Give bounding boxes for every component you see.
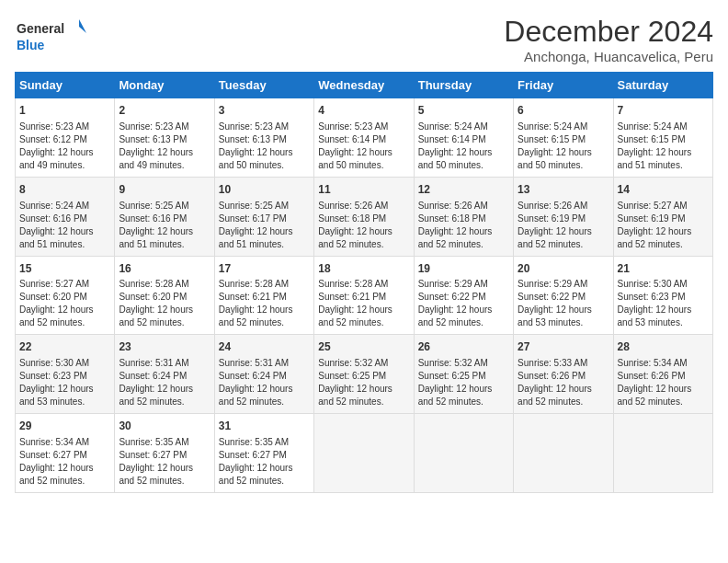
day-info: Daylight: 12 hours and 52 minutes. [19, 462, 110, 488]
day-info: Sunset: 6:16 PM [19, 213, 110, 225]
header-cell-tuesday: Tuesday [214, 73, 313, 98]
header-cell-saturday: Saturday [613, 73, 712, 98]
logo-svg: General Blue [15, 15, 88, 61]
day-cell [613, 414, 712, 493]
day-cell: 22Sunrise: 5:30 AMSunset: 6:23 PMDayligh… [16, 335, 115, 414]
title-block: December 2024 Anchonga, Huancavelica, Pe… [504, 15, 713, 64]
day-info: Sunrise: 5:34 AM [618, 357, 709, 370]
day-info: Daylight: 12 hours and 49 minutes. [19, 146, 110, 172]
day-number: 21 [618, 261, 709, 277]
day-info: Sunset: 6:27 PM [119, 449, 210, 462]
day-number: 25 [318, 339, 409, 355]
week-row-4: 22Sunrise: 5:30 AMSunset: 6:23 PMDayligh… [16, 335, 713, 414]
day-cell: 4Sunrise: 5:23 AMSunset: 6:14 PMDaylight… [314, 98, 414, 178]
day-number: 2 [119, 103, 210, 119]
day-cell [314, 414, 414, 493]
day-info: Daylight: 12 hours and 50 minutes. [418, 146, 509, 172]
day-info: Sunset: 6:20 PM [119, 291, 210, 304]
week-row-1: 1Sunrise: 5:23 AMSunset: 6:12 PMDaylight… [16, 98, 713, 178]
day-info: Sunrise: 5:31 AM [119, 357, 210, 370]
day-info: Daylight: 12 hours and 53 minutes. [19, 383, 110, 408]
day-cell: 13Sunrise: 5:26 AMSunset: 6:19 PMDayligh… [514, 177, 613, 256]
day-number: 30 [119, 419, 210, 434]
day-cell: 16Sunrise: 5:28 AMSunset: 6:20 PMDayligh… [115, 256, 214, 335]
day-number: 15 [19, 261, 110, 277]
day-cell: 17Sunrise: 5:28 AMSunset: 6:21 PMDayligh… [214, 256, 313, 335]
day-info: Sunset: 6:22 PM [518, 291, 609, 304]
day-cell: 6Sunrise: 5:24 AMSunset: 6:15 PMDaylight… [514, 98, 613, 178]
day-number: 11 [318, 182, 409, 198]
day-info: Sunset: 6:13 PM [219, 133, 310, 146]
day-info: Sunrise: 5:24 AM [418, 121, 509, 133]
day-number: 9 [119, 182, 210, 198]
day-number: 1 [19, 103, 110, 119]
day-info: Sunrise: 5:28 AM [318, 278, 409, 291]
day-number: 10 [219, 182, 310, 198]
day-info: Sunset: 6:14 PM [318, 133, 409, 146]
day-info: Sunset: 6:16 PM [119, 213, 210, 225]
day-info: Sunset: 6:25 PM [318, 370, 409, 383]
day-info: Sunrise: 5:26 AM [418, 200, 509, 213]
day-cell: 15Sunrise: 5:27 AMSunset: 6:20 PMDayligh… [16, 256, 115, 335]
day-info: Sunrise: 5:29 AM [518, 278, 609, 291]
day-info: Sunrise: 5:32 AM [318, 357, 409, 370]
header-cell-monday: Monday [115, 73, 214, 98]
day-info: Sunset: 6:17 PM [219, 213, 310, 225]
day-cell: 27Sunrise: 5:33 AMSunset: 6:26 PMDayligh… [514, 335, 613, 414]
day-info: Daylight: 12 hours and 52 minutes. [119, 304, 210, 329]
day-info: Daylight: 12 hours and 52 minutes. [119, 383, 210, 408]
header-cell-friday: Friday [514, 73, 613, 98]
day-cell: 7Sunrise: 5:24 AMSunset: 6:15 PMDaylight… [613, 98, 712, 178]
day-cell: 29Sunrise: 5:34 AMSunset: 6:27 PMDayligh… [16, 414, 115, 493]
day-info: Daylight: 12 hours and 52 minutes. [318, 304, 409, 329]
day-number: 5 [418, 103, 509, 119]
day-info: Daylight: 12 hours and 52 minutes. [318, 225, 409, 251]
day-number: 20 [518, 261, 609, 277]
day-info: Daylight: 12 hours and 52 minutes. [418, 304, 509, 329]
day-info: Sunrise: 5:27 AM [618, 200, 709, 213]
day-cell: 11Sunrise: 5:26 AMSunset: 6:18 PMDayligh… [314, 177, 414, 256]
day-info: Sunrise: 5:24 AM [618, 121, 709, 133]
day-info: Daylight: 12 hours and 51 minutes. [219, 225, 310, 251]
day-info: Sunrise: 5:24 AM [19, 200, 110, 213]
day-info: Sunrise: 5:29 AM [418, 278, 509, 291]
day-info: Sunrise: 5:35 AM [119, 436, 210, 449]
day-cell: 24Sunrise: 5:31 AMSunset: 6:24 PMDayligh… [214, 335, 313, 414]
day-info: Daylight: 12 hours and 52 minutes. [618, 383, 709, 408]
svg-text:Blue: Blue [17, 38, 45, 52]
day-info: Sunset: 6:14 PM [418, 133, 509, 146]
day-number: 14 [618, 182, 709, 198]
day-cell: 26Sunrise: 5:32 AMSunset: 6:25 PMDayligh… [414, 335, 513, 414]
day-info: Sunrise: 5:31 AM [219, 357, 310, 370]
day-number: 3 [219, 103, 310, 119]
day-number: 8 [19, 182, 110, 198]
day-number: 7 [618, 103, 709, 119]
day-cell: 21Sunrise: 5:30 AMSunset: 6:23 PMDayligh… [613, 256, 712, 335]
header-cell-wednesday: Wednesday [314, 73, 414, 98]
day-cell: 12Sunrise: 5:26 AMSunset: 6:18 PMDayligh… [414, 177, 513, 256]
day-cell: 1Sunrise: 5:23 AMSunset: 6:12 PMDaylight… [16, 98, 115, 178]
day-info: Daylight: 12 hours and 52 minutes. [418, 225, 509, 251]
day-info: Sunset: 6:15 PM [618, 133, 709, 146]
day-cell [414, 414, 513, 493]
day-info: Daylight: 12 hours and 50 minutes. [318, 146, 409, 172]
day-info: Sunset: 6:25 PM [418, 370, 509, 383]
day-number: 12 [418, 182, 509, 198]
day-info: Sunset: 6:19 PM [618, 213, 709, 225]
day-cell: 23Sunrise: 5:31 AMSunset: 6:24 PMDayligh… [115, 335, 214, 414]
day-number: 18 [318, 261, 409, 277]
day-number: 29 [19, 419, 110, 434]
day-number: 19 [418, 261, 509, 277]
day-info: Daylight: 12 hours and 52 minutes. [119, 462, 210, 488]
day-info: Sunset: 6:26 PM [518, 370, 609, 383]
day-info: Sunrise: 5:26 AM [518, 200, 609, 213]
day-info: Sunset: 6:24 PM [219, 370, 310, 383]
day-cell: 2Sunrise: 5:23 AMSunset: 6:13 PMDaylight… [115, 98, 214, 178]
day-number: 6 [518, 103, 609, 119]
day-info: Sunset: 6:20 PM [19, 291, 110, 304]
day-cell: 3Sunrise: 5:23 AMSunset: 6:13 PMDaylight… [214, 98, 313, 178]
day-cell: 28Sunrise: 5:34 AMSunset: 6:26 PMDayligh… [613, 335, 712, 414]
day-info: Sunrise: 5:25 AM [119, 200, 210, 213]
day-info: Sunrise: 5:34 AM [19, 436, 110, 449]
day-info: Sunset: 6:23 PM [19, 370, 110, 383]
